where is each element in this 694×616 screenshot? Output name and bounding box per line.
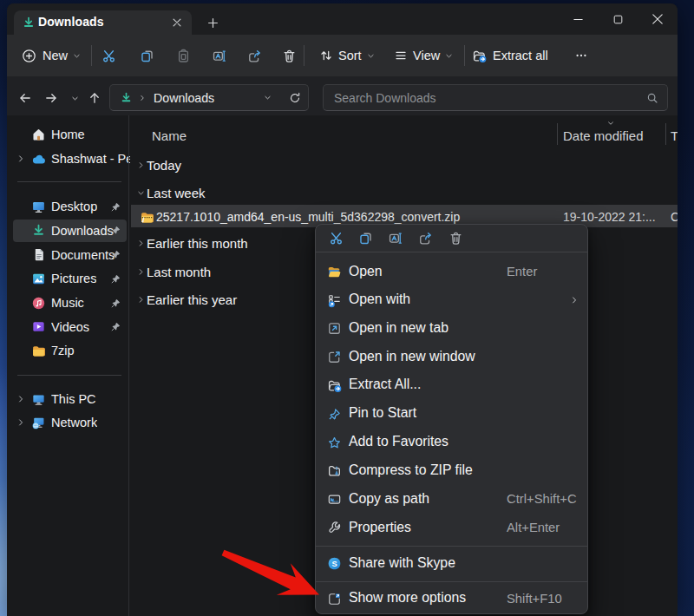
chevron-down-icon (366, 51, 376, 61)
column-separator (557, 123, 558, 145)
sidebar-item-documents[interactable]: Documents (13, 244, 127, 266)
chevron-right-icon[interactable] (16, 417, 26, 428)
window-controls (558, 3, 678, 35)
toolbar-separator (91, 45, 92, 66)
up-button[interactable] (85, 88, 104, 108)
maximize-icon (612, 13, 625, 26)
chevron-right-icon[interactable] (16, 394, 26, 404)
sidebar-item-videos[interactable]: Videos (13, 316, 127, 338)
cut-icon (101, 49, 116, 63)
extract-icon (327, 378, 342, 393)
sidebar-item-7zip[interactable]: 7zip (13, 339, 127, 362)
menu-item-label: Open with (349, 292, 410, 307)
menu-item-compress-to-zip-file[interactable]: Compress to ZIP file (319, 457, 584, 484)
menu-item-label: Open in new window (349, 349, 475, 364)
rename-button[interactable] (203, 40, 234, 71)
group-header-today[interactable]: Today (129, 154, 678, 177)
chevron-right-icon[interactable] (16, 154, 26, 164)
menu-item-show-more-options[interactable]: Show more optionsShift+F10 (319, 586, 584, 613)
sidebar-item-home[interactable]: Home (13, 123, 127, 146)
menu-separator (316, 252, 587, 252)
pin-icon (110, 298, 121, 309)
sidebar-item-downloads[interactable]: Downloads (13, 220, 127, 242)
menu-item-shortcut: Alt+Enter (507, 521, 560, 534)
sidebar-item-label: Shashwat - Pe (51, 152, 130, 166)
copy-icon (140, 49, 154, 63)
menu-rename-button[interactable] (382, 226, 408, 250)
column-type[interactable]: T (671, 128, 678, 143)
arrow-up-icon (88, 91, 101, 105)
sidebar-item-music[interactable]: Music (13, 292, 127, 314)
chevron-right-icon[interactable] (136, 295, 146, 305)
copy-button[interactable] (131, 40, 162, 71)
sort-indicator-icon (606, 119, 615, 128)
cut-icon (329, 231, 344, 246)
forward-button[interactable] (42, 88, 61, 108)
quick-actions (316, 225, 587, 252)
menu-item-open-in-new-tab[interactable]: Open in new tab (319, 315, 584, 342)
new-button[interactable]: New (14, 40, 88, 71)
new-tab-button[interactable] (205, 15, 220, 30)
paste-icon (176, 49, 191, 63)
paste-button[interactable] (167, 40, 199, 71)
delete-button[interactable] (273, 40, 304, 71)
menu-item-copy-as-path[interactable]: Copy as pathCtrl+Shift+C (319, 486, 584, 513)
pin-icon (110, 321, 121, 332)
menu-item-pin-to-start[interactable]: Pin to Start (319, 401, 584, 428)
search-input[interactable] (324, 91, 646, 105)
chevron-down-icon[interactable] (136, 188, 146, 198)
home-icon (31, 128, 46, 142)
extract-all-button[interactable]: Extract all (465, 40, 559, 71)
toolbar-separator (304, 45, 304, 66)
sidebar-item-network[interactable]: Network (13, 411, 127, 434)
menu-item-label: Open (349, 264, 383, 279)
menu-item-label: Share with Skype (349, 555, 455, 571)
pin-icon (110, 201, 121, 213)
sort-button[interactable]: Sort (312, 40, 385, 71)
menu-copy-button[interactable] (352, 226, 378, 250)
breadcrumb-crumb[interactable]: Downloads (154, 91, 214, 105)
see-more-button[interactable] (566, 40, 597, 71)
column-name[interactable]: Name (152, 128, 187, 143)
refresh-icon (289, 92, 301, 104)
plus-icon (206, 16, 219, 29)
chevron-right-icon[interactable] (136, 239, 146, 248)
sidebar-item-this-pc[interactable]: This PC (13, 388, 127, 410)
menu-item-label: Properties (349, 520, 411, 535)
maximize-button[interactable] (598, 3, 638, 35)
back-button[interactable] (16, 88, 35, 108)
open-newtab-icon (327, 321, 342, 336)
menu-item-open-with[interactable]: Open with (319, 287, 584, 314)
menu-item-extract-all-[interactable]: Extract All... (319, 372, 584, 399)
tab-downloads[interactable]: Downloads (14, 10, 192, 35)
menu-share-button[interactable] (412, 226, 438, 250)
share-button[interactable] (239, 40, 270, 71)
chevron-right-icon[interactable] (136, 161, 146, 170)
breadcrumb[interactable]: Downloads (109, 84, 309, 111)
file-type: C (671, 210, 678, 224)
music-icon (31, 296, 46, 311)
group-header-last-week[interactable]: Last week (129, 182, 678, 205)
open-newwindow-icon (327, 350, 342, 364)
sidebar-item-shashwat-pe[interactable]: Shashwat - Pe (13, 147, 127, 170)
menu-item-properties[interactable]: PropertiesAlt+Enter (319, 514, 584, 541)
sidebar-item-desktop[interactable]: Desktop (13, 195, 127, 218)
menu-item-share-with-skype[interactable]: SShare with Skype (319, 550, 584, 577)
menu-item-open[interactable]: OpenEnter (319, 259, 584, 285)
menu-item-add-to-favorites[interactable]: Add to Favorites (319, 429, 584, 456)
menu-item-open-in-new-window[interactable]: Open in new window (319, 344, 584, 370)
sidebar-separator (17, 181, 121, 182)
minimize-button[interactable] (558, 3, 598, 35)
sidebar-item-pictures[interactable]: Pictures (13, 267, 127, 290)
column-date-modified[interactable]: Date modified (563, 128, 644, 143)
menu-cut-button[interactable] (323, 226, 349, 250)
chevron-right-icon[interactable] (136, 267, 146, 277)
tab-close-button[interactable] (170, 16, 184, 29)
menu-delete-button[interactable] (442, 226, 468, 250)
command-bar: NewSortViewExtract all (7, 35, 678, 76)
recent-button[interactable] (65, 88, 84, 108)
close-button[interactable] (638, 3, 678, 35)
pin-icon (110, 225, 121, 236)
cut-button[interactable] (93, 40, 124, 71)
view-button[interactable]: View (387, 40, 462, 71)
